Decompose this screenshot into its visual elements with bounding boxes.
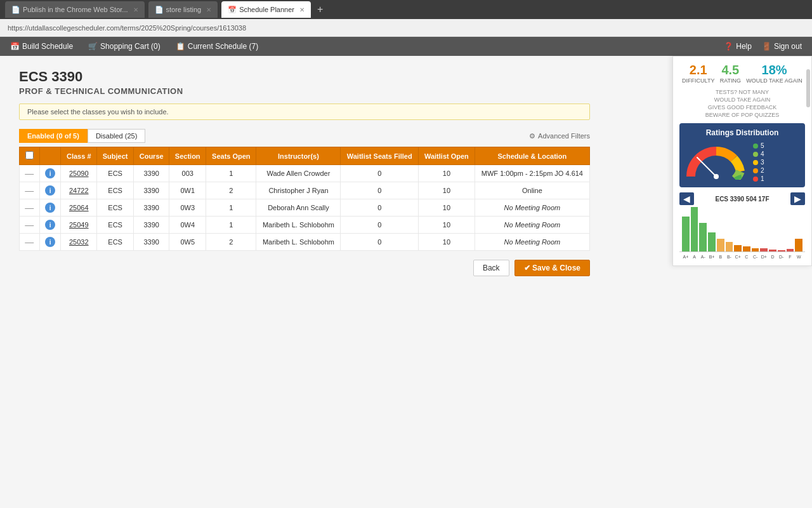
ratings-distribution-box: Ratings Distribution xyxy=(679,123,805,187)
row-instructor: Maribeth L. Schlobohm xyxy=(256,234,341,251)
legend-dot-3 xyxy=(753,160,758,165)
row-minus[interactable]: — xyxy=(20,217,40,234)
row-schedule: MWF 1:00pm - 2:15pm JO 4.614 xyxy=(475,165,589,182)
rating-label: RATING xyxy=(720,77,741,84)
nav-shopping-cart[interactable]: 🛒 Shopping Cart (0) xyxy=(88,42,160,51)
row-minus[interactable]: — xyxy=(20,199,40,217)
row-subject: ECS xyxy=(97,165,134,182)
grade-bar xyxy=(795,239,802,251)
nav-build-schedule[interactable]: 📅 Build Schedule xyxy=(10,42,73,51)
table-controls: Enabled (0 of 5) Disabled (25) ⚙ Advance… xyxy=(19,129,590,143)
row-schedule: No Meeting Room xyxy=(475,234,589,251)
calendar-icon: 📅 xyxy=(10,42,20,51)
scrollbar[interactable] xyxy=(806,69,810,107)
legend-2: 2 xyxy=(753,167,764,174)
row-seats-open: 2 xyxy=(206,182,256,199)
side-panel-scroll[interactable]: 2.1 DIFFICULTY 4.5 RATING 18% WOULD TAKE… xyxy=(673,57,811,265)
difficulty-value: 2.1 xyxy=(682,63,714,77)
new-tab-btn[interactable]: + xyxy=(317,4,323,15)
legend-1: 1 xyxy=(753,175,764,182)
grade-label: D+ xyxy=(760,255,768,259)
grade-nav-next[interactable]: ▶ xyxy=(790,192,805,205)
nav-sign-out[interactable]: 🚪 Sign out xyxy=(762,42,802,51)
nav-help[interactable]: ❓ Help xyxy=(724,42,752,51)
tab-1-close[interactable]: ✕ xyxy=(133,6,138,13)
grade-label: D- xyxy=(778,255,785,259)
select-all-checkbox[interactable] xyxy=(25,151,34,159)
grade-distribution: ◀ ECS 3390 504 17F ▶ A+AA-B+BB-C+CC-D+DD… xyxy=(679,192,805,259)
header-checkbox[interactable] xyxy=(20,147,40,165)
tag-item: BEWARE OF POP QUIZZES xyxy=(679,112,805,118)
header-seats-open: Seats Open xyxy=(206,147,256,165)
row-section: 0W4 xyxy=(169,217,206,234)
row-minus[interactable]: — xyxy=(20,182,40,199)
row-info[interactable]: i xyxy=(39,234,61,251)
row-class-num: 24722 xyxy=(61,182,97,199)
grade-nav-prev[interactable]: ◀ xyxy=(679,192,694,205)
row-info[interactable]: i xyxy=(39,165,61,182)
header-wl-open: Waitlist Open xyxy=(419,147,475,165)
row-section: 0W5 xyxy=(169,234,206,251)
stats-row: 2.1 DIFFICULTY 4.5 RATING 18% WOULD TAKE… xyxy=(679,63,805,84)
grade-label: F xyxy=(787,255,794,259)
grade-bar xyxy=(699,223,707,251)
grade-bar xyxy=(769,250,776,251)
grade-label: C+ xyxy=(734,255,742,259)
row-seats-open: 1 xyxy=(206,165,256,182)
grade-label: A- xyxy=(699,255,707,259)
checkmark-icon: ✔ xyxy=(524,264,530,272)
row-info[interactable]: i xyxy=(39,199,61,217)
tag-item: TESTS? NOT MANY xyxy=(679,89,805,95)
course-title: PROF & TECHNICAL COMMUNICATION xyxy=(19,86,590,96)
gauge-chart xyxy=(684,145,748,180)
tab-1[interactable]: 📄 Publish in the Chrome Web Stor... ✕ xyxy=(5,1,145,18)
row-wl-filled: 0 xyxy=(341,165,419,182)
grade-label: B+ xyxy=(708,255,716,259)
nav-current-schedule[interactable]: 📋 Current Schedule (7) xyxy=(176,42,258,51)
tab-3[interactable]: 📅 Schedule Planner ✕ xyxy=(221,1,311,18)
row-minus[interactable]: — xyxy=(20,234,40,251)
row-seats-open: 1 xyxy=(206,217,256,234)
table-row: — i 24722 ECS 3390 0W1 2 Christopher J R… xyxy=(20,182,590,199)
row-wl-open: 10 xyxy=(419,182,475,199)
grade-bar xyxy=(691,207,698,251)
tag-item: WOULD TAKE AGAIN xyxy=(679,97,805,103)
side-panel: 2.1 DIFFICULTY 4.5 RATING 18% WOULD TAKE… xyxy=(672,56,812,266)
grade-nav: ◀ ECS 3390 504 17F ▶ xyxy=(679,192,805,205)
tab-1-favicon: 📄 xyxy=(11,6,20,14)
svg-line-0 xyxy=(697,157,716,177)
tab-2-label: store listing xyxy=(166,6,202,13)
signout-icon: 🚪 xyxy=(762,42,771,51)
course-table: Class # Subject Course Section Seats Ope… xyxy=(19,147,590,251)
grade-bar xyxy=(778,250,785,251)
top-nav: 📅 Build Schedule 🛒 Shopping Cart (0) 📋 C… xyxy=(0,37,812,56)
table-row: — i 25064 ECS 3390 0W3 1 Deborah Ann Sca… xyxy=(20,199,590,217)
table-body: — i 25090 ECS 3390 003 1 Wade Allen Crow… xyxy=(20,165,590,251)
legend-dot-4 xyxy=(753,152,758,157)
enabled-tab[interactable]: Enabled (0 of 5) xyxy=(19,129,88,143)
grade-bar xyxy=(726,242,733,251)
save-close-button[interactable]: ✔ Save & Close xyxy=(514,260,590,276)
back-button[interactable]: Back xyxy=(473,260,509,276)
cart-icon: 🛒 xyxy=(88,42,98,51)
tab-2-close[interactable]: ✕ xyxy=(206,6,211,13)
disabled-tab[interactable]: Disabled (25) xyxy=(88,129,145,143)
row-subject: ECS xyxy=(97,199,134,217)
grade-label: A+ xyxy=(682,255,690,259)
rating-stat: 4.5 RATING xyxy=(720,63,741,84)
grade-bar xyxy=(743,246,750,251)
row-schedule: Online xyxy=(475,182,589,199)
row-info[interactable]: i xyxy=(39,182,61,199)
row-wl-filled: 0 xyxy=(341,217,419,234)
tab-2[interactable]: 📄 store listing ✕ xyxy=(148,1,218,18)
row-minus[interactable]: — xyxy=(20,165,40,182)
advanced-filters[interactable]: ⚙ Advanced Filters xyxy=(529,132,590,140)
row-info[interactable]: i xyxy=(39,217,61,234)
row-course: 3390 xyxy=(134,217,169,234)
grade-label: D xyxy=(769,255,776,259)
row-instructor: Christopher J Ryan xyxy=(256,182,341,199)
tab-3-close[interactable]: ✕ xyxy=(299,6,304,13)
url-text: https://utdallascollegescheduler.com/ter… xyxy=(8,24,246,32)
ratings-title: Ratings Distribution xyxy=(684,128,800,137)
tags-container: TESTS? NOT MANYWOULD TAKE AGAINGIVES GOO… xyxy=(679,89,805,118)
